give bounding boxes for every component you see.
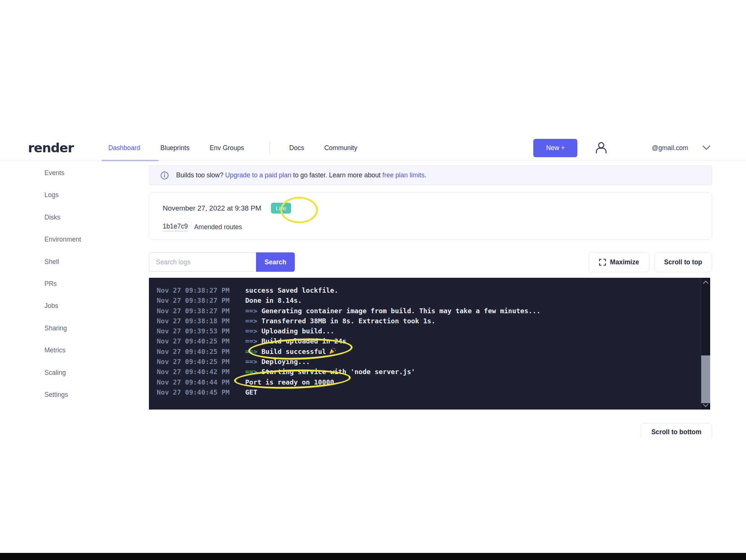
info-icon — [160, 171, 169, 180]
bottom-edge-bar — [0, 553, 746, 560]
user-avatar-icon[interactable] — [594, 141, 608, 155]
sidebar-item-events[interactable]: Events — [44, 162, 123, 184]
sidebar-item-prs[interactable]: PRs — [44, 273, 123, 295]
deploy-timestamp: November 27, 2022 at 9:38 PM — [163, 204, 261, 212]
sidebar-item-logs[interactable]: Logs — [44, 184, 123, 206]
nav-divider — [269, 141, 270, 154]
nav-link-dashboard[interactable]: Dashboard — [108, 144, 140, 152]
logs-toolbar: Search Maximize Scroll to top — [149, 252, 712, 272]
primary-nav: Dashboard Blueprints Env Groups Docs Com… — [108, 141, 377, 154]
log-line: Nov 27 09:38:27 PMsuccess Saved lockfile… — [157, 285, 710, 295]
deploy-header-row: November 27, 2022 at 9:38 PM Live — [163, 203, 712, 214]
navbar-right: New + @gmail.com — [533, 139, 711, 157]
service-sidebar: Events Logs Disks Environment Shell PRs … — [44, 162, 123, 406]
log-line-build-successful: Nov 27 09:40:25 PM==>Build successful — [157, 346, 710, 357]
terminal-scrollbar[interactable] — [701, 278, 710, 410]
scrollbar-thumb[interactable] — [701, 355, 710, 403]
scroll-to-top-button[interactable]: Scroll to top — [654, 252, 712, 272]
main-content: Builds too slow? Upgrade to a paid plan … — [149, 165, 712, 438]
deploy-commit-row: 1b1e7c9 Amended routes — [163, 223, 712, 231]
sidebar-item-metrics[interactable]: Metrics — [44, 339, 123, 361]
scroll-to-bottom-button[interactable]: Scroll to bottom — [641, 423, 712, 438]
commit-message: Amended routes — [194, 223, 242, 231]
free-plan-limits-link[interactable]: free plan limits — [383, 171, 425, 179]
new-button[interactable]: New + — [533, 139, 577, 157]
sidebar-item-scaling[interactable]: Scaling — [44, 362, 123, 384]
nav-link-docs[interactable]: Docs — [289, 144, 304, 152]
sidebar-item-settings[interactable]: Settings — [44, 384, 123, 406]
log-line: Nov 27 09:40:25 PM==>Deploying... — [157, 357, 710, 367]
live-status-badge: Live — [271, 203, 291, 214]
log-line: Nov 27 09:40:25 PM==>Build uploaded in 2… — [157, 336, 710, 346]
sidebar-item-sharing[interactable]: Sharing — [44, 317, 123, 339]
scrollbar-up-icon[interactable] — [703, 280, 709, 284]
sidebar-item-environment[interactable]: Environment — [44, 228, 123, 251]
nav-link-env-groups[interactable]: Env Groups — [210, 144, 244, 152]
log-line: Nov 27 09:38:18 PM==>Transferred 38MB in… — [157, 316, 710, 326]
active-tab-indicator — [102, 160, 159, 161]
scrollbar-down-icon[interactable] — [703, 404, 709, 407]
sidebar-item-jobs[interactable]: Jobs — [44, 295, 123, 317]
top-navbar: render Dashboard Blueprints Env Groups D… — [0, 135, 746, 161]
sidebar-item-disks[interactable]: Disks — [44, 206, 123, 228]
sidebar-item-shell[interactable]: Shell — [44, 251, 123, 273]
maximize-button[interactable]: Maximize — [589, 252, 649, 272]
nav-link-blueprints[interactable]: Blueprints — [160, 144, 190, 152]
banner-text: Builds too slow? Upgrade to a paid plan … — [176, 171, 426, 179]
upgrade-plan-link[interactable]: Upgrade to a paid plan — [225, 171, 291, 179]
log-line-port-ready: Nov 27 09:40:44 PMPort is ready on 10000 — [157, 377, 710, 387]
party-popper-icon — [328, 347, 336, 355]
render-logo: render — [28, 140, 74, 155]
logs-toolbar-right: Maximize Scroll to top — [589, 252, 712, 272]
log-line: Nov 27 09:39:53 PM==>Uploading build... — [157, 326, 710, 336]
deploy-card: November 27, 2022 at 9:38 PM Live 1b1e7c… — [149, 192, 712, 240]
commit-hash-link[interactable]: 1b1e7c9 — [163, 223, 188, 231]
maximize-icon — [599, 259, 606, 266]
nav-link-community[interactable]: Community — [324, 144, 358, 152]
log-line: Nov 27 09:38:27 PMDone in 8.14s. — [157, 295, 710, 305]
log-line: Nov 27 09:40:45 PMGET — [157, 387, 710, 397]
search-button[interactable]: Search — [256, 252, 295, 272]
upgrade-banner: Builds too slow? Upgrade to a paid plan … — [149, 165, 712, 185]
chevron-down-icon[interactable] — [702, 145, 711, 150]
search-logs-input[interactable] — [149, 252, 256, 272]
scroll-bottom-container: Scroll to bottom — [149, 423, 712, 438]
render-dashboard-page: render Dashboard Blueprints Env Groups D… — [0, 0, 746, 560]
account-email[interactable]: @gmail.com — [652, 144, 688, 152]
log-line: Nov 27 09:40:42 PM==>Starting service wi… — [157, 367, 710, 377]
log-terminal: Nov 27 09:38:27 PMsuccess Saved lockfile… — [149, 278, 710, 410]
log-line: Nov 27 09:38:27 PM==>Generating containe… — [157, 306, 710, 316]
